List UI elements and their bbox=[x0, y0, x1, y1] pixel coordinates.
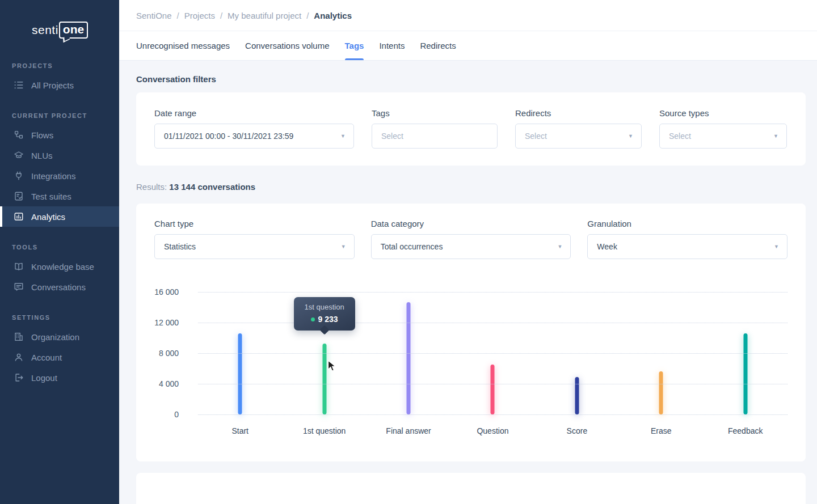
y-axis-tick: 8 000 bbox=[159, 349, 179, 358]
checklist-icon bbox=[14, 191, 24, 201]
tab-tags[interactable]: Tags bbox=[345, 31, 364, 60]
x-axis-label: Feedback bbox=[728, 426, 763, 435]
y-axis-tick: 4 000 bbox=[159, 379, 179, 388]
filter-source-types: Source types Select ▼ bbox=[659, 108, 787, 149]
flow-icon bbox=[14, 130, 24, 140]
sidebar-item-organization[interactable]: Organization bbox=[0, 327, 119, 347]
plug-icon bbox=[14, 171, 24, 181]
data-category-control: Data category Total occurrences ▼ bbox=[371, 219, 571, 259]
results-count: Results: 13 144 conversations bbox=[136, 182, 806, 192]
bar-1st-question[interactable] bbox=[322, 344, 326, 414]
chart-type-value: Statistics bbox=[164, 242, 196, 251]
sidebar-item-label: Account bbox=[31, 353, 62, 362]
tab-conversations-volume[interactable]: Conversations volume bbox=[245, 31, 329, 60]
gridline bbox=[198, 414, 787, 415]
logout-icon bbox=[14, 372, 24, 383]
redirects-select[interactable]: Select ▼ bbox=[515, 124, 642, 149]
date-range-select[interactable]: 01/11/2021 00:00 - 30/11/2021 23:59 ▼ bbox=[154, 124, 354, 149]
gridline bbox=[198, 384, 787, 384]
breadcrumb-separator: / bbox=[220, 11, 222, 20]
date-range-value: 01/11/2021 00:00 - 30/11/2021 23:59 bbox=[164, 132, 293, 141]
x-axis-label: Question bbox=[477, 426, 508, 435]
filters-title: Conversation filters bbox=[136, 74, 806, 84]
sidebar-item-label: All Projects bbox=[31, 81, 74, 90]
bar-final-answer[interactable] bbox=[407, 302, 411, 414]
breadcrumb-separator: / bbox=[177, 11, 179, 20]
sentione-logo[interactable]: sentione bbox=[0, 0, 119, 39]
sidebar-section-tools: TOOLS bbox=[12, 244, 119, 251]
granulation-control: Granulation Week ▼ bbox=[587, 219, 787, 259]
tooltip-title: 1st question bbox=[303, 303, 346, 311]
bar-question[interactable] bbox=[491, 365, 495, 414]
tab-redirects[interactable]: Redirects bbox=[420, 31, 456, 60]
chart-type-label: Chart type bbox=[154, 219, 355, 228]
sidebar-item-all-projects[interactable]: All Projects bbox=[0, 75, 119, 95]
filter-tags: Tags Select bbox=[372, 108, 498, 149]
sidebar-item-label: Conversations bbox=[31, 282, 86, 292]
chevron-down-icon: ▼ bbox=[628, 133, 633, 139]
y-axis-tick: 12 000 bbox=[154, 318, 179, 327]
sidebar-item-account[interactable]: Account bbox=[0, 347, 119, 367]
sidebar-item-knowledge-base[interactable]: Knowledge base bbox=[0, 256, 119, 277]
sidebar-item-label: Organization bbox=[31, 332, 79, 342]
breadcrumb-projects[interactable]: Projects bbox=[184, 11, 215, 20]
x-axis-label: Score bbox=[567, 426, 588, 435]
source-types-label: Source types bbox=[659, 108, 787, 118]
sidebar-item-label: NLUs bbox=[31, 151, 53, 160]
tab-unrecognised-messages[interactable]: Unrecognised messages bbox=[136, 31, 230, 60]
tags-label: Tags bbox=[372, 108, 498, 118]
chart-type-select[interactable]: Statistics ▼ bbox=[154, 234, 355, 259]
chevron-down-icon: ▼ bbox=[774, 244, 779, 249]
gridline bbox=[198, 323, 787, 323]
sidebar-section-current-project: CURRENT PROJECT bbox=[12, 112, 119, 119]
breadcrumb-project-name[interactable]: My beautiful project bbox=[228, 11, 301, 20]
sidebar-item-conversations[interactable]: Conversations bbox=[0, 277, 119, 297]
sidebar-item-label: Logout bbox=[31, 373, 57, 383]
bar-start[interactable] bbox=[238, 333, 242, 414]
analytics-tabs: Unrecognised messages Conversations volu… bbox=[119, 31, 817, 61]
data-category-value: Total occurrences bbox=[381, 242, 443, 251]
tags-table-card: Tags Total occurrences % Total occurrenc… bbox=[136, 473, 806, 504]
source-types-select[interactable]: Select ▼ bbox=[659, 124, 787, 149]
tags-select[interactable]: Select bbox=[372, 124, 498, 149]
tab-intents[interactable]: Intents bbox=[379, 31, 405, 60]
breadcrumb-sentione[interactable]: SentiOne bbox=[136, 11, 172, 20]
sidebar-item-test-suites[interactable]: Test suites bbox=[0, 186, 119, 206]
data-category-label: Data category bbox=[371, 219, 571, 228]
bar-erase[interactable] bbox=[659, 371, 663, 414]
sidebar: sentione PROJECTS All Projects CURRENT P… bbox=[0, 0, 119, 504]
sidebar-item-analytics[interactable]: Analytics bbox=[0, 206, 119, 227]
granulation-select[interactable]: Week ▼ bbox=[587, 234, 787, 259]
granulation-value: Week bbox=[597, 242, 617, 251]
sidebar-item-logout[interactable]: Logout bbox=[0, 367, 119, 388]
bar-feedback[interactable] bbox=[743, 333, 747, 414]
breadcrumb-separator: / bbox=[306, 11, 309, 20]
sidebar-section-projects: PROJECTS bbox=[12, 62, 119, 69]
breadcrumb-analytics: Analytics bbox=[314, 11, 352, 20]
breadcrumb-bar: SentiOne/Projects/My beautiful project/A… bbox=[119, 0, 817, 31]
chart-card: Chart type Statistics ▼ Data category To… bbox=[136, 204, 806, 461]
granulation-label: Granulation bbox=[587, 219, 787, 228]
sidebar-item-label: Flows bbox=[31, 130, 53, 140]
sidebar-item-label: Test suites bbox=[31, 192, 71, 201]
building-icon bbox=[14, 332, 24, 342]
chevron-down-icon: ▼ bbox=[341, 244, 346, 249]
gridline bbox=[198, 292, 787, 293]
sidebar-item-label: Knowledge base bbox=[31, 262, 94, 272]
bar-score[interactable] bbox=[575, 377, 579, 414]
breadcrumb: SentiOne/Projects/My beautiful project/A… bbox=[136, 11, 352, 20]
list-icon bbox=[14, 80, 24, 90]
book-icon bbox=[14, 261, 24, 272]
sidebar-item-label: Integrations bbox=[31, 171, 75, 181]
sidebar-item-integrations[interactable]: Integrations bbox=[0, 166, 119, 186]
y-axis-tick: 16 000 bbox=[154, 287, 179, 297]
sidebar-item-nlus[interactable]: NLUs bbox=[0, 145, 119, 166]
data-category-select[interactable]: Total occurrences ▼ bbox=[371, 234, 571, 259]
date-range-label: Date range bbox=[154, 108, 354, 118]
page-content: Conversation filters Date range 01/11/20… bbox=[119, 61, 817, 504]
gridline bbox=[198, 353, 787, 354]
x-axis-label: Start bbox=[231, 426, 249, 435]
chart-tooltip: 1st question 9 233 bbox=[294, 297, 355, 331]
sidebar-item-flows[interactable]: Flows bbox=[0, 125, 119, 145]
results-value: 13 144 conversations bbox=[169, 182, 255, 192]
